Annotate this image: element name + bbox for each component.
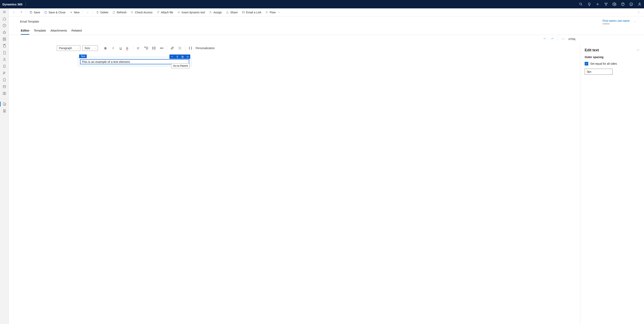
page-icon[interactable] <box>2 78 6 82</box>
back-button[interactable] <box>11 10 17 15</box>
bookmark-icon[interactable] <box>2 64 6 68</box>
equal-sides-checkbox[interactable] <box>585 62 588 65</box>
font-color-button[interactable]: A <box>126 46 131 50</box>
bullet-list-button[interactable] <box>152 46 156 50</box>
assign-button[interactable]: Assign <box>208 10 224 15</box>
cmd-sep2 <box>83 10 83 14</box>
doc-icon[interactable] <box>2 51 6 55</box>
user-icon[interactable] <box>2 57 6 61</box>
outer-spacing-label: Outer spacing <box>585 55 640 59</box>
canvas-inner-container[interactable]: Text This is an example of a text elemen… <box>79 58 190 65</box>
svg-point-6 <box>623 5 623 5</box>
html-button-label[interactable]: HTML <box>568 37 576 41</box>
refresh-button[interactable]: Refresh <box>111 10 128 15</box>
tab-editor[interactable]: Editor <box>21 29 29 35</box>
attach-label: Attach file <box>161 11 173 14</box>
tab-related[interactable]: Related <box>72 29 82 35</box>
tab-attachments[interactable]: Attachments <box>50 29 67 35</box>
html-icon[interactable] <box>561 37 565 41</box>
share-label: Share <box>230 11 238 14</box>
svg-point-46 <box>152 47 153 47</box>
duplicate-icon[interactable] <box>180 54 185 59</box>
owner-label: Owner <box>603 22 630 25</box>
lightbulb-icon[interactable] <box>587 2 591 6</box>
svg-point-0 <box>580 3 582 5</box>
svg-rect-53 <box>182 56 183 57</box>
clipboard-icon[interactable] <box>2 44 6 48</box>
tab-template[interactable]: Template <box>34 29 46 35</box>
pinned-icon[interactable] <box>2 30 6 34</box>
topright-sep <box>558 37 558 41</box>
menu-icon[interactable] <box>2 10 6 14</box>
svg-rect-23 <box>3 85 6 88</box>
attach-button[interactable]: Attach file <box>155 10 175 15</box>
new-label: New <box>74 11 80 14</box>
spacing-spinner[interactable]: 0px <box>585 69 613 75</box>
rpanel-title: Edit text <box>585 48 599 52</box>
more-format-button[interactable] <box>159 46 164 50</box>
italic-button[interactable]: I <box>111 46 116 50</box>
redo-button[interactable] <box>550 37 554 41</box>
canvas-outer-container[interactable]: Text This is an example of a text elemen… <box>78 57 192 67</box>
wrench-icon[interactable] <box>2 71 6 75</box>
paragraph-select[interactable]: Paragraph <box>57 45 80 51</box>
close-icon[interactable] <box>636 48 640 52</box>
book-icon[interactable] <box>2 91 6 95</box>
paragraph-select-label: Paragraph <box>59 46 72 50</box>
gear-icon[interactable] <box>612 2 616 6</box>
personalization-button[interactable]: Personalization <box>196 46 215 50</box>
template-icon[interactable] <box>2 102 6 106</box>
save-button[interactable]: Save <box>28 10 42 15</box>
filter-icon[interactable] <box>604 2 608 6</box>
smiley-icon[interactable] <box>629 2 633 6</box>
save-close-button[interactable]: Save & Close <box>42 10 67 15</box>
chevron-down-icon[interactable] <box>609 72 611 75</box>
cmd-sep <box>26 10 26 14</box>
svg-rect-15 <box>3 38 4 39</box>
go-to-parent-tooltip: Go to Parent <box>171 63 190 68</box>
svg-rect-16 <box>4 38 6 39</box>
home-icon[interactable] <box>2 17 6 21</box>
plus-icon[interactable] <box>596 2 600 6</box>
svg-rect-32 <box>242 11 244 13</box>
bold-button[interactable]: B <box>103 46 108 50</box>
export-icon[interactable] <box>2 109 6 113</box>
recent-icon[interactable] <box>2 23 6 27</box>
underline-button[interactable]: U <box>118 46 123 50</box>
undo-button[interactable] <box>543 37 547 41</box>
tab-strip: Editor Template Attachments Related <box>9 25 644 35</box>
topbar-divider <box>26 2 26 6</box>
email-link-button[interactable]: Email a Link <box>240 10 263 15</box>
stack-icon[interactable] <box>2 85 6 89</box>
profile-icon[interactable] <box>638 2 642 6</box>
chevron-up-icon[interactable] <box>609 68 611 72</box>
unlink-button[interactable] <box>178 46 182 50</box>
help-icon[interactable] <box>621 2 625 6</box>
new-button[interactable]: New <box>68 10 81 15</box>
delete-button[interactable]: Delete <box>94 10 110 15</box>
chevron-down-icon <box>94 47 96 50</box>
share-button[interactable]: Share <box>224 10 239 15</box>
grid-icon[interactable] <box>2 37 6 41</box>
flow-button[interactable]: Flow <box>264 10 282 15</box>
svg-rect-22 <box>4 78 6 81</box>
move-icon[interactable] <box>185 54 190 59</box>
insert-dynamic-button[interactable]: Insert dynamic text <box>176 10 207 15</box>
return-icon[interactable] <box>170 54 175 59</box>
element-type-chip: Text <box>79 54 87 58</box>
new-chevron[interactable] <box>84 10 91 15</box>
overflow-button[interactable] <box>636 10 642 15</box>
owner-name-link[interactable]: First name Last name <box>603 19 630 22</box>
svg-point-9 <box>632 4 632 4</box>
numbered-list-button[interactable]: 1 <box>144 46 149 50</box>
owner-chevron-icon[interactable] <box>633 20 636 24</box>
link-button[interactable] <box>170 46 175 50</box>
check-access-button[interactable]: Check Access <box>129 10 154 15</box>
search-icon[interactable] <box>579 2 583 6</box>
popout-button[interactable] <box>18 10 24 15</box>
align-button[interactable] <box>136 46 141 50</box>
svg-rect-52 <box>182 56 183 57</box>
size-select[interactable]: Size <box>82 45 98 51</box>
delete-element-icon[interactable] <box>175 54 180 59</box>
record-subtitle: Email Template <box>20 19 39 23</box>
